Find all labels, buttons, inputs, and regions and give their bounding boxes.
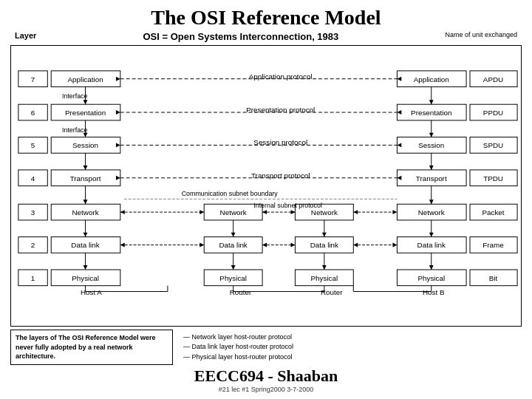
svg-marker-27 bbox=[116, 110, 120, 115]
svg-text:Interface: Interface bbox=[62, 126, 88, 134]
svg-marker-124 bbox=[322, 265, 327, 270]
svg-text:Transport: Transport bbox=[70, 174, 101, 183]
footer: EECC694 - Shaaban #21 lec #1 Spring2000 … bbox=[7, 366, 525, 393]
page-title: The OSI Reference Model bbox=[7, 6, 525, 30]
svg-marker-88 bbox=[353, 210, 358, 214]
svg-text:PPDU: PPDU bbox=[483, 109, 503, 117]
svg-text:Interface: Interface bbox=[62, 92, 88, 100]
layer-label: Layer bbox=[15, 31, 36, 40]
svg-text:Physical: Physical bbox=[311, 274, 338, 282]
svg-text:APDU: APDU bbox=[483, 75, 503, 83]
svg-marker-31 bbox=[83, 133, 88, 137]
svg-text:Physical: Physical bbox=[219, 274, 247, 282]
svg-marker-114 bbox=[262, 242, 267, 247]
subtitle-row: Layer OSI = Open Systems Interconnection… bbox=[7, 31, 525, 42]
svg-marker-47 bbox=[83, 166, 88, 170]
svg-marker-97 bbox=[429, 233, 434, 237]
svg-marker-115 bbox=[291, 242, 296, 247]
svg-marker-33 bbox=[429, 133, 434, 137]
svg-marker-86 bbox=[291, 210, 296, 214]
svg-text:TPDU: TPDU bbox=[483, 174, 503, 183]
svg-marker-11 bbox=[397, 77, 401, 81]
svg-marker-44 bbox=[116, 143, 120, 147]
svg-text:Application: Application bbox=[67, 75, 103, 83]
protocol-note-3: — Physical layer host-router protocol bbox=[183, 352, 522, 363]
svg-text:Presentation: Presentation bbox=[411, 109, 451, 117]
svg-marker-16 bbox=[429, 100, 434, 104]
svg-text:Transport: Transport bbox=[416, 174, 447, 183]
svg-text:1: 1 bbox=[31, 274, 35, 282]
svg-text:7: 7 bbox=[31, 75, 35, 83]
layers-note-text: The layers of The OSI Reference Model we… bbox=[16, 334, 156, 360]
svg-marker-83 bbox=[200, 210, 204, 214]
svg-marker-82 bbox=[120, 210, 125, 214]
svg-marker-60 bbox=[116, 176, 120, 180]
svg-text:2: 2 bbox=[31, 241, 35, 249]
protocol-notes: — Network layer host-router protocol — D… bbox=[176, 330, 522, 365]
svg-marker-61 bbox=[397, 176, 401, 180]
svg-marker-111 bbox=[120, 242, 125, 247]
svg-marker-93 bbox=[231, 233, 236, 237]
svg-text:Bit: Bit bbox=[489, 274, 498, 282]
svg-text:4: 4 bbox=[31, 174, 35, 183]
svg-marker-67 bbox=[429, 200, 434, 204]
svg-marker-14 bbox=[83, 100, 88, 104]
svg-marker-85 bbox=[262, 210, 267, 214]
svg-text:Physical: Physical bbox=[417, 274, 445, 282]
svg-text:Communication subnet boundary: Communication subnet boundary bbox=[182, 190, 279, 197]
osi-diagram: Host A Host B Router Router 7 Applicatio… bbox=[10, 45, 522, 327]
layers-note: The layers of The OSI Reference Model we… bbox=[10, 330, 173, 365]
subtitle: OSI = Open Systems Interconnection, 1983 bbox=[143, 31, 338, 42]
page: The OSI Reference Model Layer OSI = Open… bbox=[0, 0, 532, 399]
svg-marker-89 bbox=[393, 210, 398, 214]
svg-text:Data link: Data link bbox=[219, 241, 247, 249]
svg-text:5: 5 bbox=[31, 141, 35, 149]
svg-marker-120 bbox=[83, 265, 88, 270]
svg-marker-28 bbox=[397, 110, 401, 115]
svg-text:Network: Network bbox=[418, 208, 445, 216]
svg-marker-49 bbox=[429, 166, 434, 170]
svg-text:Data link: Data link bbox=[71, 241, 99, 249]
svg-text:Presentation: Presentation bbox=[65, 109, 106, 117]
footer-main: EECC694 - Shaaban bbox=[7, 366, 525, 386]
svg-text:Data link: Data link bbox=[310, 241, 338, 249]
name-unit: Name of unit exchanged bbox=[445, 31, 517, 39]
svg-text:Data link: Data link bbox=[417, 241, 446, 249]
svg-text:Physical: Physical bbox=[72, 274, 99, 282]
svg-marker-10 bbox=[116, 77, 120, 81]
svg-marker-118 bbox=[393, 242, 398, 247]
svg-text:6: 6 bbox=[31, 109, 35, 117]
protocol-note-2: — Data link layer host-router protocol bbox=[183, 342, 522, 352]
svg-marker-126 bbox=[429, 265, 434, 270]
svg-text:Application: Application bbox=[414, 75, 449, 83]
host-a-label: Host A bbox=[81, 288, 102, 296]
svg-text:Session: Session bbox=[72, 141, 98, 149]
host-b-label: Host B bbox=[423, 288, 445, 296]
svg-text:SPDU: SPDU bbox=[483, 141, 503, 149]
svg-text:Network: Network bbox=[72, 208, 98, 216]
svg-marker-45 bbox=[397, 143, 401, 147]
svg-marker-122 bbox=[231, 265, 236, 270]
footer-sub: #21 lec #1 Spring2000 3-7-2000 bbox=[7, 386, 525, 393]
svg-marker-91 bbox=[83, 233, 88, 237]
svg-text:3: 3 bbox=[31, 208, 35, 216]
protocol-note-1: — Network layer host-router protocol bbox=[183, 332, 522, 343]
svg-text:Network: Network bbox=[220, 208, 247, 216]
svg-text:Frame: Frame bbox=[482, 241, 504, 249]
svg-text:Packet: Packet bbox=[482, 208, 504, 216]
svg-text:Session: Session bbox=[418, 141, 444, 149]
svg-marker-95 bbox=[322, 233, 327, 237]
svg-text:Network: Network bbox=[311, 208, 338, 216]
bottom-section: The layers of The OSI Reference Model we… bbox=[7, 330, 525, 365]
svg-marker-112 bbox=[200, 242, 204, 247]
svg-marker-65 bbox=[83, 200, 88, 204]
svg-marker-117 bbox=[353, 242, 358, 247]
